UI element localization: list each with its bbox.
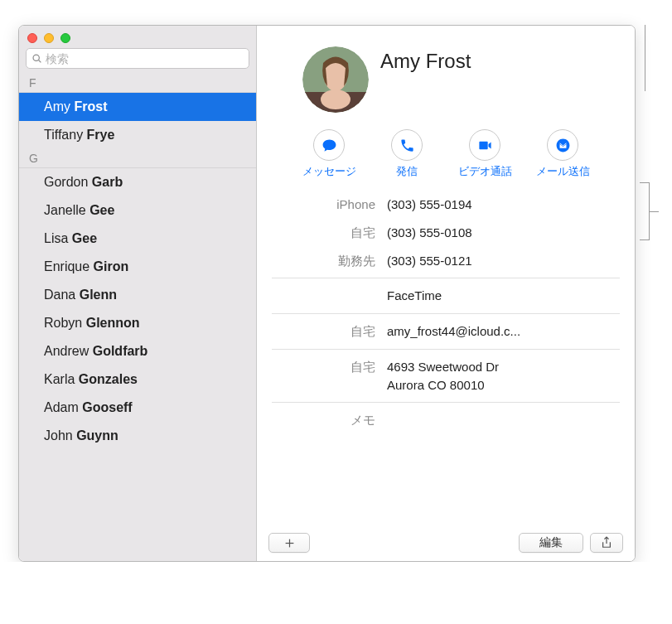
contact-detail: Amy Frost メッセージ 発信 — [257, 26, 635, 561]
contact-row[interactable]: Tiffany Frye — [19, 121, 256, 149]
contact-row[interactable]: Gordon Garb — [19, 168, 256, 196]
phone-home-label: 自宅 — [273, 224, 387, 242]
contacts-window: FAmy FrostTiffany FryeGGordon GarbJanell… — [18, 25, 636, 562]
plus-icon — [284, 538, 295, 549]
memo-value — [387, 411, 618, 429]
contact-row[interactable]: Lisa Gee — [19, 225, 256, 253]
facetime-label — [273, 287, 387, 305]
address-label: 自宅 — [273, 358, 387, 394]
call-label: 発信 — [396, 164, 418, 179]
video-button[interactable]: ビデオ通話 — [447, 129, 522, 179]
contact-row[interactable]: Karla Gonzales — [19, 365, 256, 394]
contact-row[interactable]: Amy Frost — [19, 93, 256, 121]
search-box[interactable] — [26, 48, 249, 69]
close-button[interactable] — [27, 33, 37, 43]
video-label: ビデオ通話 — [458, 164, 512, 179]
message-label: メッセージ — [302, 164, 356, 179]
address-line2: Aurora CO 80010 — [387, 378, 485, 392]
section-header: G — [19, 149, 256, 168]
contact-name: Amy Frost — [380, 46, 471, 73]
phone-work-row[interactable]: 勤務先 (303) 555-0121 — [257, 247, 635, 275]
sidebar: FAmy FrostTiffany FryeGGordon GarbJanell… — [19, 26, 257, 561]
divider — [272, 278, 620, 278]
phone-icon — [399, 138, 415, 153]
phone-iphone-value: (303) 555-0194 — [387, 196, 618, 214]
contact-row[interactable]: Enrique Giron — [19, 253, 256, 281]
phone-home-row[interactable]: 自宅 (303) 555-0108 — [257, 219, 635, 247]
search-input[interactable] — [46, 52, 244, 65]
add-button[interactable] — [268, 533, 310, 553]
bottom-toolbar: 編集 — [257, 526, 635, 561]
window-controls — [19, 26, 256, 48]
divider — [272, 313, 620, 314]
phone-iphone-label: iPhone — [273, 196, 387, 214]
facetime-value: FaceTime — [387, 287, 618, 305]
memo-row[interactable]: メモ — [257, 406, 635, 434]
phone-home-value: (303) 555-0108 — [387, 224, 618, 242]
email-value: amy_frost44@icloud.c... — [387, 322, 618, 341]
video-icon — [477, 138, 493, 153]
email-row[interactable]: 自宅 amy_frost44@icloud.c... — [257, 317, 635, 346]
svg-point-6 — [321, 89, 351, 109]
callout-bracket-actions — [638, 182, 650, 240]
phone-work-label: 勤務先 — [273, 252, 387, 270]
contact-row[interactable]: Dana Glenn — [19, 281, 256, 309]
contact-row[interactable]: John Guynn — [19, 422, 256, 450]
contact-row[interactable]: Janelle Gee — [19, 196, 256, 225]
contact-row[interactable]: Andrew Goldfarb — [19, 337, 256, 365]
edit-button[interactable]: 編集 — [519, 533, 583, 553]
address-value: 4693 Sweetwood Dr Aurora CO 80010 — [387, 358, 618, 394]
call-button[interactable]: 発信 — [370, 129, 444, 179]
section-header: F — [19, 74, 256, 93]
mail-icon — [555, 138, 571, 153]
address-line1: 4693 Sweetwood Dr — [387, 360, 499, 374]
mail-button[interactable]: メール送信 — [525, 129, 600, 179]
fields-area: iPhone (303) 555-0194 自宅 (303) 555-0108 … — [257, 191, 635, 526]
email-label: 自宅 — [273, 322, 387, 341]
action-buttons-row: メッセージ 発信 ビデオ通話 — [257, 129, 635, 191]
message-icon — [321, 138, 337, 153]
maximize-button[interactable] — [60, 33, 70, 43]
facetime-row[interactable]: FaceTime — [257, 282, 635, 310]
svg-point-0 — [33, 55, 39, 60]
share-icon — [601, 536, 612, 549]
contact-row[interactable]: Robyn Glennon — [19, 309, 256, 337]
address-row[interactable]: 自宅 4693 Sweetwood Dr Aurora CO 80010 — [257, 353, 635, 399]
mail-label: メール送信 — [536, 164, 590, 179]
callout-line-top — [645, 25, 645, 91]
memo-label: メモ — [273, 411, 387, 429]
divider — [272, 349, 620, 350]
search-container — [19, 48, 256, 74]
phone-iphone-row[interactable]: iPhone (303) 555-0194 — [257, 191, 635, 219]
phone-work-value: (303) 555-0121 — [387, 252, 618, 270]
search-icon — [31, 53, 42, 64]
contact-row[interactable]: Adam Gooseff — [19, 394, 256, 422]
contact-list[interactable]: FAmy FrostTiffany FryeGGordon GarbJanell… — [19, 74, 256, 561]
message-button[interactable]: メッセージ — [292, 129, 366, 179]
divider — [272, 402, 620, 403]
avatar[interactable] — [302, 46, 369, 113]
share-button[interactable] — [590, 533, 623, 553]
svg-line-1 — [39, 60, 41, 63]
minimize-button[interactable] — [44, 33, 54, 43]
contact-header: Amy Frost — [257, 26, 635, 129]
